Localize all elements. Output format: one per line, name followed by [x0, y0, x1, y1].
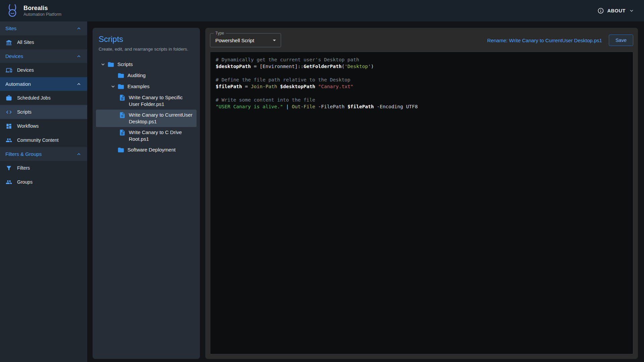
chevron-up-icon [76, 25, 82, 32]
people-icon [6, 137, 12, 143]
code-icon [6, 109, 12, 115]
chevron-up-icon [76, 151, 82, 157]
briefcase-icon [6, 95, 12, 101]
code-line [210, 90, 633, 97]
sidebar-item-community-content[interactable]: Community Content [0, 133, 87, 147]
section-label: Automation [5, 81, 31, 87]
tree-folder-examples[interactable]: Examples [96, 81, 197, 92]
sidebar-item-workflows[interactable]: Workflows [0, 119, 87, 133]
chevron-up-icon [76, 81, 82, 87]
code-line: # Define the file path relative to the D… [210, 76, 633, 83]
chevron-down-icon[interactable] [109, 83, 117, 90]
sidebar-item-label: All Sites [17, 40, 34, 45]
tree-file-write-canary-to-c-drive-root-ps1[interactable]: Write Canary to C Drive Root.ps1 [96, 127, 197, 144]
tree-folder-auditing[interactable]: Auditing [96, 70, 197, 81]
folder-icon [107, 61, 114, 68]
tree-file-write-canary-to-currentuser-desktop-ps1[interactable]: Write Canary to CurrentUser Desktop.ps1 [96, 110, 197, 127]
sidebar-item-label: Scripts [17, 109, 32, 115]
brand-title: Borealis [23, 5, 61, 12]
tree-item-label: Write Canary to CurrentUser Desktop.ps1 [129, 112, 195, 125]
select-arrow-icon [271, 37, 278, 44]
section-header-devices[interactable]: Devices [0, 49, 87, 63]
sidebar-item-devices[interactable]: Devices [0, 63, 87, 77]
scripts-panel-title: Scripts [99, 35, 194, 44]
sidebar-item-label: Groups [17, 179, 33, 185]
tree-item-label: Scripts [117, 61, 133, 68]
save-button[interactable]: Save [609, 35, 633, 46]
type-select-label: Type [214, 31, 226, 36]
section-label: Filters & Groups [5, 151, 42, 157]
chevron-slot [109, 72, 117, 79]
tree-item-label: Auditing [127, 72, 146, 79]
folder-icon [117, 83, 124, 90]
sidebar-item-scheduled-jobs[interactable]: Scheduled Jobs [0, 91, 87, 105]
folder-icon [117, 146, 124, 154]
editor-toolbar: Type Powershell Script Rename: Write Can… [210, 33, 633, 47]
sidebar-item-scripts[interactable]: Scripts [0, 105, 87, 119]
sidebar-item-label: Workflows [17, 123, 39, 129]
code-line: "USER Canary is alive." | Out-File -File… [210, 103, 633, 110]
scripts-panel-subtitle: Create, edit, and rearrange scripts in f… [99, 47, 194, 52]
chevron-up-icon [76, 53, 82, 59]
dashboard-icon [6, 123, 12, 129]
bank-icon [6, 39, 12, 46]
tree-file-write-canary-to-specific-user-folder-ps1[interactable]: Write Canary to Specific User Folder.ps1 [96, 92, 197, 110]
content-area: Scripts Create, edit, and rearrange scri… [87, 21, 644, 362]
tree-folder-scripts[interactable]: Scripts [96, 59, 197, 70]
sidebar-item-groups[interactable]: Groups [0, 175, 87, 189]
editor-panel: Type Powershell Script Rename: Write Can… [205, 28, 638, 359]
tree-item-label: Write Canary to Specific User Folder.ps1 [129, 94, 195, 108]
chevron-down-icon[interactable] [99, 61, 107, 68]
code-editor[interactable]: # Dynamically get the current user's Des… [210, 52, 633, 354]
about-label: ABOUT [607, 8, 626, 13]
file-icon [119, 129, 126, 136]
file-icon [119, 112, 126, 119]
code-line: # Write some content into the file [210, 97, 633, 103]
borealis-logo [5, 3, 20, 18]
brand-text: Borealis Automation Platform [23, 5, 61, 17]
sidebar-item-filters[interactable]: Filters [0, 161, 87, 175]
devices-icon [6, 67, 12, 73]
sidebar-item-all-sites[interactable]: All Sites [0, 35, 87, 49]
code-line [210, 70, 633, 76]
sidebar-item-label: Devices [17, 67, 34, 73]
sidebar-nav: SitesAll SitesDevicesDevicesAutomationSc… [0, 21, 87, 362]
topbar: Borealis Automation Platform ABOUT [0, 0, 644, 21]
brand-subtitle: Automation Platform [23, 12, 61, 17]
sidebar-item-label: Filters [17, 165, 30, 171]
section-label: Sites [5, 25, 16, 31]
main-layout: SitesAll SitesDevicesDevicesAutomationSc… [0, 21, 644, 362]
file-icon [119, 94, 126, 101]
code-line: $filePath = Join-Path $desktopPath "Cana… [210, 83, 633, 90]
tree-folder-software-deployment[interactable]: Software Deployment [96, 144, 197, 156]
tree-item-label: Examples [127, 83, 150, 90]
section-header-sites[interactable]: Sites [0, 21, 87, 35]
scripts-tree: ScriptsAuditingExamplesWrite Canary to S… [96, 59, 197, 156]
sidebar-item-label: Scheduled Jobs [17, 95, 51, 101]
chevron-down-icon [629, 8, 635, 14]
tree-item-label: Write Canary to C Drive Root.ps1 [129, 129, 195, 142]
info-icon [597, 7, 604, 14]
section-header-filters-groups[interactable]: Filters & Groups [0, 147, 87, 161]
groups-icon [6, 179, 12, 185]
about-menu[interactable]: ABOUT [597, 7, 635, 14]
folder-icon [117, 72, 124, 79]
section-label: Devices [5, 53, 23, 59]
rename-link[interactable]: Rename: Write Canary to CurrentUser Desk… [487, 38, 602, 43]
chevron-slot [109, 146, 117, 153]
filter-icon [6, 165, 12, 171]
section-header-automation[interactable]: Automation [0, 77, 87, 91]
code-line: # Dynamically get the current user's Des… [210, 56, 633, 63]
sidebar-item-label: Community Content [17, 137, 59, 143]
brand: Borealis Automation Platform [5, 3, 61, 18]
type-select-value: Powershell Script [215, 38, 254, 43]
script-type-select[interactable]: Type Powershell Script [210, 33, 281, 47]
scripts-panel: Scripts Create, edit, and rearrange scri… [93, 28, 200, 359]
tree-item-label: Software Deployment [127, 146, 175, 153]
code-line: $desktopPath = [Environment]::GetFolderP… [210, 63, 633, 70]
